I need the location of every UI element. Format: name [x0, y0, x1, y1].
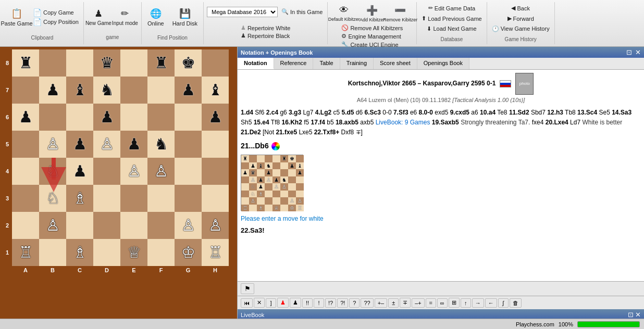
new-game-button[interactable]: ♟ New Game	[87, 6, 110, 28]
remove-kibitzer-button[interactable]: ➖ Remove Kibitzer	[387, 3, 413, 24]
board-square[interactable]: ♘	[39, 158, 66, 185]
add-kibitzer-button[interactable]: ➕ Add Kibitzer	[359, 3, 385, 24]
board-square[interactable]	[93, 185, 120, 212]
ann-blunder[interactable]: ??	[361, 298, 373, 308]
board-square[interactable]	[12, 212, 39, 239]
board-square[interactable]	[39, 239, 66, 266]
board-square[interactable]: ♘	[39, 185, 66, 212]
board-square[interactable]	[120, 49, 147, 77]
tab-training[interactable]: Training	[340, 58, 374, 69]
bracket-button[interactable]: ]	[266, 298, 276, 308]
edit-game-data-button[interactable]: ✏ Edit Game Data	[427, 4, 477, 12]
tab-scoresheet[interactable]: Score sheet	[374, 58, 417, 69]
board-square[interactable]	[120, 185, 147, 212]
ann-exclaim-exclaim[interactable]: !!	[302, 298, 313, 308]
ann-infinity[interactable]: ∞	[437, 298, 448, 308]
board-square[interactable]	[147, 77, 175, 104]
copy-game-button[interactable]: 📄 Copy Game	[31, 8, 80, 17]
board-square[interactable]: ♙	[39, 131, 66, 158]
tab-openings-book[interactable]: Openings Book	[417, 58, 469, 69]
ann-left-arrow[interactable]: ←	[485, 298, 497, 308]
default-kibitzer-button[interactable]: 👁 Default Kibitzer	[331, 3, 357, 23]
nav-flag-button[interactable]: ⚑	[241, 283, 254, 294]
board-square[interactable]: ♚	[175, 49, 202, 77]
board-square[interactable]	[147, 239, 175, 266]
board-square[interactable]: ♙	[147, 158, 175, 185]
board-square[interactable]: ♟	[175, 77, 202, 104]
load-next-game-button[interactable]: ⬇ Load Next Game	[425, 25, 478, 33]
board-square[interactable]: ♔	[175, 239, 202, 266]
ann-erase-button[interactable]: 🗑	[510, 298, 522, 308]
back-button[interactable]: ◀ Back	[510, 4, 531, 12]
board-square[interactable]: ♗	[66, 239, 93, 266]
ann-question[interactable]: ?	[349, 298, 360, 308]
in-this-game-button[interactable]: 🔍 In this Game	[280, 8, 324, 16]
rep-white-button[interactable]: ♟ Repertoire White	[239, 24, 292, 32]
ann-right-arrow[interactable]: →	[472, 298, 484, 308]
board-square[interactable]: ♖	[12, 239, 39, 266]
board-square[interactable]: ♟	[93, 104, 120, 131]
tab-notation[interactable]: Notation	[238, 58, 274, 69]
board-square[interactable]	[66, 212, 93, 239]
board-square[interactable]: ♟	[39, 77, 66, 104]
copy-position-button[interactable]: 📄 Copy Position	[31, 17, 80, 27]
ann-integral[interactable]: ∫	[498, 298, 509, 308]
ann-exclaim[interactable]: !	[314, 298, 324, 308]
board-square[interactable]	[120, 212, 147, 239]
ann-slight-better-black[interactable]: ∓	[400, 298, 411, 308]
board-square[interactable]	[66, 49, 93, 77]
board-square[interactable]	[93, 212, 120, 239]
board-square[interactable]: ♙	[175, 212, 202, 239]
board-square[interactable]: ♟	[120, 131, 147, 158]
hard-disk-button[interactable]: 💾 Hard Disk	[170, 6, 200, 28]
board-square[interactable]: ♛	[93, 49, 120, 77]
board-square[interactable]	[175, 158, 202, 185]
board-square[interactable]	[175, 104, 202, 131]
ann-up-arrow[interactable]: ↑	[461, 298, 471, 308]
nav-start-button[interactable]: ⏮	[241, 298, 253, 308]
board-square[interactable]: ♟	[66, 158, 93, 185]
board-square[interactable]: ♞	[93, 77, 120, 104]
paste-game-button[interactable]: 📋 Paste Game	[4, 6, 29, 28]
board-square[interactable]	[147, 185, 175, 212]
ann-minus-plus[interactable]: –+	[412, 298, 425, 308]
board-square[interactable]	[12, 185, 39, 212]
board-square[interactable]	[120, 77, 147, 104]
database-select[interactable]: Mega Database 2016	[207, 7, 278, 17]
ann-slight-better-white[interactable]: ±	[388, 298, 399, 308]
board-square[interactable]: ♙	[120, 158, 147, 185]
board-square[interactable]	[202, 158, 229, 185]
engine-management-button[interactable]: ⚙ Engine Management	[340, 32, 404, 40]
ann-interrobang[interactable]: !?	[325, 298, 336, 308]
board-square[interactable]: ♙	[202, 212, 229, 239]
board-square[interactable]: ♜	[147, 49, 175, 77]
board-square[interactable]	[175, 185, 202, 212]
panel-close-button[interactable]: ✕	[635, 48, 641, 56]
board-square[interactable]: ♗	[66, 185, 93, 212]
board-square[interactable]	[120, 104, 147, 131]
board-square[interactable]	[147, 212, 175, 239]
board-square[interactable]: ♜	[12, 49, 39, 77]
livebook-close-button[interactable]: ✕	[635, 311, 641, 319]
board-square[interactable]: ♟	[202, 104, 229, 131]
board-square[interactable]: ♖	[202, 239, 229, 266]
rep-black-button[interactable]: ♟ Repertoire Black	[239, 32, 292, 40]
board-square[interactable]: ♙	[93, 131, 120, 158]
board-square[interactable]	[93, 158, 120, 185]
board-square[interactable]	[202, 49, 229, 77]
black-piece-button[interactable]: ♟	[290, 298, 301, 308]
board-square[interactable]	[39, 49, 66, 77]
board-square[interactable]	[12, 131, 39, 158]
board-square[interactable]	[12, 158, 39, 185]
board-square[interactable]	[202, 131, 229, 158]
tab-table[interactable]: Table	[313, 58, 340, 69]
board-square[interactable]: ♞	[147, 131, 175, 158]
board-square[interactable]: ♙	[39, 212, 66, 239]
board-square[interactable]: ♟	[12, 104, 39, 131]
ann-dubious[interactable]: ?!	[337, 298, 348, 308]
board-square[interactable]: ♟	[66, 131, 93, 158]
online-button[interactable]: 🌐 Online	[145, 6, 167, 28]
red-piece-button[interactable]: ♟	[277, 298, 289, 308]
board-square[interactable]	[93, 239, 120, 266]
board-square[interactable]	[39, 104, 66, 131]
